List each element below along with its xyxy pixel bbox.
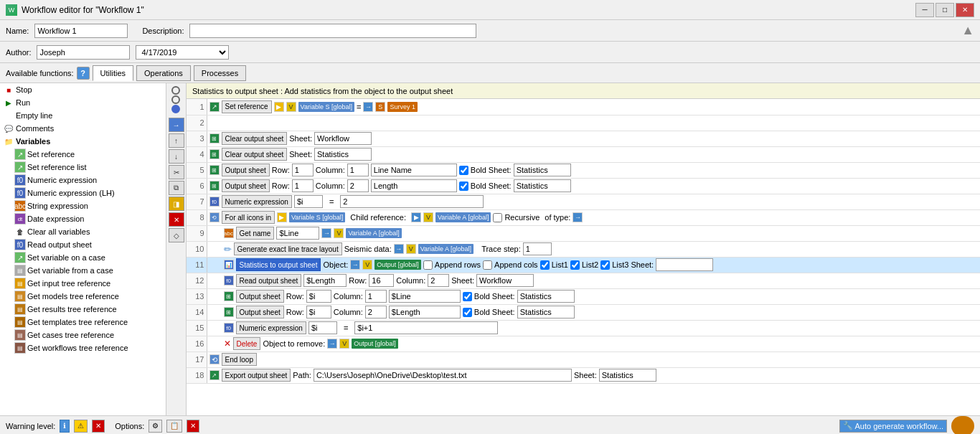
options-btn2[interactable]: 📋 bbox=[166, 420, 182, 433]
setref-btn[interactable]: Set reference bbox=[222, 100, 272, 113]
tree-getvar[interactable]: ▤ Get variable from a case bbox=[0, 264, 166, 277]
row13-input[interactable] bbox=[306, 290, 331, 303]
col14-input[interactable] bbox=[365, 306, 387, 319]
move-down-button[interactable]: ↓ bbox=[169, 149, 184, 164]
radio3[interactable] bbox=[171, 105, 180, 113]
name-input[interactable] bbox=[34, 24, 128, 38]
val7-input[interactable] bbox=[340, 195, 484, 208]
list2-check[interactable] bbox=[570, 260, 580, 270]
tree-readoutput[interactable]: f0 Read output sheet bbox=[0, 238, 166, 251]
cut-button[interactable]: ✂ bbox=[169, 165, 184, 179]
col5-input[interactable] bbox=[347, 164, 369, 176]
sheet-input4[interactable] bbox=[314, 148, 372, 161]
desc-input[interactable] bbox=[189, 24, 476, 38]
tree-getinput[interactable]: ▤ Get input tree reference bbox=[0, 277, 166, 290]
tree-comments[interactable]: 💬 Comments bbox=[0, 122, 166, 135]
processes-tab[interactable]: Processes bbox=[194, 65, 246, 81]
minimize-button[interactable]: ─ bbox=[915, 3, 934, 17]
readout12-btn[interactable]: Read output sheet bbox=[236, 274, 302, 287]
readout-var12[interactable] bbox=[303, 274, 347, 287]
row6-input[interactable] bbox=[292, 179, 314, 192]
tracestep-input[interactable] bbox=[523, 242, 552, 255]
sheet5-input[interactable] bbox=[514, 164, 571, 176]
operations-tab[interactable]: Operations bbox=[136, 65, 191, 81]
utilities-tab[interactable]: Utilities bbox=[93, 65, 133, 81]
col6-input[interactable] bbox=[347, 179, 369, 192]
warning-btn[interactable]: ⚠ bbox=[74, 420, 88, 433]
tree-empty[interactable]: Empty line bbox=[0, 109, 166, 122]
var7-input[interactable] bbox=[294, 195, 323, 208]
paste-button[interactable]: ◨ bbox=[169, 197, 184, 211]
list3-check[interactable] bbox=[600, 260, 610, 270]
delete16-btn[interactable]: Delete bbox=[233, 337, 261, 350]
info-btn[interactable]: ℹ bbox=[60, 420, 70, 433]
getname-btn[interactable]: Get name bbox=[236, 227, 275, 240]
tree-getresults[interactable]: ▤ Get results tree reference bbox=[0, 303, 166, 316]
tree-variables-folder[interactable]: 📁 Variables bbox=[0, 135, 166, 148]
outputsheet6-btn[interactable]: Output sheet bbox=[222, 179, 270, 192]
appendcols-check[interactable] bbox=[483, 260, 492, 270]
val5-input[interactable] bbox=[371, 164, 457, 176]
maximize-button[interactable]: □ bbox=[936, 3, 954, 17]
sheet18-input[interactable] bbox=[599, 369, 656, 382]
sheet12-input[interactable] bbox=[476, 274, 534, 287]
error-btn[interactable]: ✕ bbox=[92, 420, 105, 433]
tree-numericlh[interactable]: f0 Numeric expression (LH) bbox=[0, 187, 166, 199]
val6-input[interactable] bbox=[371, 179, 457, 192]
outputsheet5-btn[interactable]: Output sheet bbox=[222, 164, 270, 176]
recursive-check[interactable] bbox=[493, 213, 502, 222]
outputsheet13-btn[interactable]: Output sheet bbox=[236, 290, 284, 303]
col13-input[interactable] bbox=[365, 290, 387, 303]
numeric15-btn[interactable]: Numeric expression bbox=[236, 321, 306, 334]
exportout18-btn[interactable]: Export output sheet bbox=[222, 369, 291, 382]
sheet-input3[interactable] bbox=[314, 132, 372, 145]
radio2[interactable] bbox=[171, 95, 180, 104]
path18-input[interactable] bbox=[314, 369, 572, 382]
val14-input[interactable] bbox=[389, 306, 461, 319]
options-btn1[interactable]: ⚙ bbox=[149, 420, 162, 433]
col12-input[interactable] bbox=[428, 274, 449, 287]
bold13-check[interactable] bbox=[463, 292, 472, 301]
tree-getworkflows[interactable]: ▤ Get workflows tree reference bbox=[0, 341, 166, 354]
row12-input[interactable] bbox=[369, 274, 394, 287]
list1-check[interactable] bbox=[540, 260, 550, 270]
tree-clearall[interactable]: 🗑 Clear all variables bbox=[0, 225, 166, 238]
tree-numeric[interactable]: f0 Numeric expression bbox=[0, 174, 166, 187]
tree-setreflist[interactable]: ↗ Set reference list bbox=[0, 161, 166, 174]
numeric7-btn[interactable]: Numeric expression bbox=[222, 195, 292, 208]
tree-gettemplates[interactable]: ▤ Get templates tree reference bbox=[0, 316, 166, 329]
tree-run[interactable]: ▶ Run bbox=[0, 96, 166, 109]
var15-input[interactable] bbox=[308, 321, 337, 334]
tree-getcases[interactable]: ▤ Get cases tree reference bbox=[0, 329, 166, 341]
sheet13-input[interactable] bbox=[517, 290, 575, 303]
sheet14-input[interactable] bbox=[517, 306, 575, 319]
sheet6-input[interactable] bbox=[514, 179, 571, 192]
outputsheet14-btn[interactable]: Output sheet bbox=[236, 306, 284, 319]
close-button[interactable]: ✕ bbox=[956, 3, 974, 17]
move-up-button[interactable]: ↑ bbox=[169, 133, 184, 148]
help-button[interactable]: ? bbox=[77, 67, 90, 80]
tree-setvar[interactable]: ↗ Set variable on a case bbox=[0, 251, 166, 264]
tree-date[interactable]: dt Date expression bbox=[0, 212, 166, 225]
forall-btn[interactable]: For all icons in bbox=[222, 211, 275, 224]
appendrows-check[interactable] bbox=[423, 260, 433, 270]
val13-input[interactable] bbox=[389, 290, 461, 303]
statsout-btn[interactable]: Statistics to output sheet bbox=[236, 258, 321, 271]
row14-input[interactable] bbox=[306, 306, 331, 319]
tree-stop[interactable]: ■ Stop bbox=[0, 83, 166, 96]
bold6-check[interactable] bbox=[459, 181, 468, 191]
delete-button[interactable]: ✕ bbox=[169, 212, 184, 227]
row5-input[interactable] bbox=[292, 164, 314, 176]
clearoutput3-btn[interactable]: Clear output sheet bbox=[222, 132, 288, 145]
endloop-btn[interactable]: End loop bbox=[222, 353, 257, 366]
copy-button[interactable]: ⧉ bbox=[169, 181, 184, 195]
tree-getmodels[interactable]: ▤ Get models tree reference bbox=[0, 290, 166, 303]
tree-string[interactable]: abc String expression bbox=[0, 199, 166, 212]
val15-input[interactable] bbox=[354, 321, 498, 334]
date-select[interactable]: 4/17/2019 bbox=[136, 45, 229, 60]
getname-input[interactable] bbox=[276, 227, 319, 240]
author-input[interactable] bbox=[37, 45, 130, 60]
tree-setref[interactable]: ↗ Set reference bbox=[0, 148, 166, 161]
bold14-check[interactable] bbox=[463, 308, 472, 317]
insert-above-button[interactable]: → bbox=[169, 118, 184, 132]
